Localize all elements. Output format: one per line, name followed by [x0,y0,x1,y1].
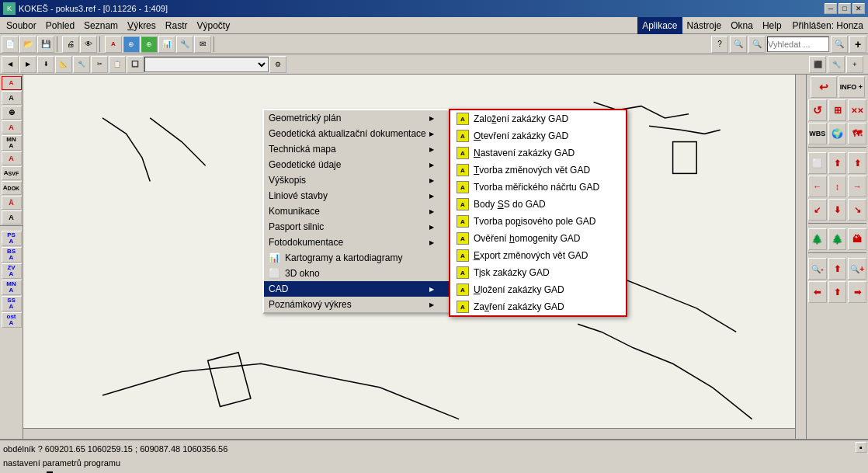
toolbar-btn-7[interactable]: 🔧 [176,36,193,53]
t2-btn7[interactable]: 📋 [109,56,126,73]
down-right[interactable]: ↘ [848,199,866,221]
gad-otevreni[interactable]: A Otevření zakázky GAD [450,127,626,144]
menu-komunikace[interactable]: Komunikace [264,203,450,219]
left-arrow[interactable]: ← [808,176,827,197]
status-close-btn[interactable]: ▪ [856,442,866,453]
right-arrow[interactable]: → [848,176,866,197]
gad-zalozeni[interactable]: A Založení zakázky GAD [450,110,626,127]
menu-nastroje[interactable]: Nástroje [682,17,727,34]
toolbar-btn-5[interactable]: ⊕ [141,36,158,53]
sidebar-btn-5[interactable]: MNA [2,135,22,151]
tree-btn-2[interactable]: 🌲 [828,228,847,250]
globe-button[interactable]: 🌍 [828,123,847,144]
down-center[interactable]: ⬇ [828,199,847,221]
t2-btn1[interactable]: ◀ [2,56,19,73]
menu-fotodokumentace[interactable]: Fotodokumentace [264,235,450,250]
search-button[interactable]: 🔍 [748,36,766,53]
new-button[interactable]: 📄 [2,36,19,53]
sidebar-btn-mn[interactable]: MNA [2,280,22,295]
scrollbar-horizontal[interactable] [23,428,795,439]
gad-tvorba-popis[interactable]: A Tvorba popisového pole GAD [450,213,626,230]
up-arrow-1[interactable]: ⬆ [828,152,847,174]
gad-export[interactable]: A Export změnových vět GAD [450,247,626,264]
menu-help[interactable]: Help [758,17,786,34]
t2-btn8[interactable]: 🔲 [127,56,144,73]
clear-button[interactable]: ✕✕ [848,99,866,121]
gad-body-ss[interactable]: A Body SS do GAD [450,196,626,213]
menu-vyskopis[interactable]: Výškopis [264,172,450,188]
scrollbar-vertical[interactable] [795,75,806,439]
t2-btn3[interactable]: ⬇ [37,56,54,73]
menu-vypocty[interactable]: Výpočty [192,17,234,34]
pan-right-btn[interactable]: ➡ [848,281,866,303]
pan-left-btn[interactable]: ⬅ [808,281,827,303]
gad-tvorba-zmen[interactable]: A Tvorba změnových vět GAD [450,162,626,179]
grid-button[interactable]: ⊞ [828,99,847,121]
zoom-up-btn[interactable]: ⬆ [828,258,847,280]
sidebar-btn-1[interactable]: A [2,76,22,90]
gad-ulozeni[interactable]: A Uložení zakázky GAD [450,281,626,298]
t2-btn6[interactable]: ✂ [91,56,108,73]
toolbar-btn-4[interactable]: ⊕ [123,36,140,53]
gad-tisk[interactable]: A Tisk zakázky GAD [450,264,626,281]
undo-button[interactable]: ↩ [811,76,837,98]
menu-pasport-silnic[interactable]: Pasport silnic [264,219,450,235]
menu-aplikace[interactable]: Aplikace [637,17,682,34]
sidebar-btn-7[interactable]: ASVF [2,166,22,180]
sidebar-btn-zv[interactable]: ZVA [2,263,22,279]
menu-pohled[interactable]: Pohled [41,17,79,34]
t2-btn9[interactable]: ⚙ [269,56,286,73]
sidebar-btn-2[interactable]: A [2,91,22,105]
menu-geometricky-plan[interactable]: Geometrický plán [264,110,450,126]
sidebar-btn-8[interactable]: ADOK [2,181,22,195]
down-left[interactable]: ↙ [808,199,827,221]
info-button[interactable]: INFO + [838,76,865,98]
preview-button[interactable]: 👁 [80,36,97,53]
sidebar-btn-9[interactable]: Å [2,196,22,210]
print-button[interactable]: 🖨 [62,36,79,53]
t2-btn4[interactable]: 📐 [55,56,72,73]
mountain-btn[interactable]: 🏔 [848,228,866,250]
frame-button[interactable]: ⬜ [808,152,827,174]
close-button[interactable]: ✕ [852,3,865,14]
gad-zavreni[interactable]: A Zavření zakázky GAD [450,298,626,315]
search-go[interactable]: 🔍 [831,36,848,53]
center-btn[interactable]: ↕ [828,176,847,197]
toolbar-btn-8[interactable]: ✉ [194,36,211,53]
wbs-button[interactable]: WBS [808,123,827,144]
gad-nastaveni[interactable]: A Nastavení zakázky GAD [450,144,626,162]
sidebar-btn-ps[interactable]: PSA [2,231,22,246]
pan-up-btn[interactable]: ⬆ [828,281,847,303]
menu-okna[interactable]: Okna [726,17,758,34]
menu-kartogramy[interactable]: 📊Kartogramy a kartodiagramy [264,250,450,266]
sidebar-btn-4[interactable]: A [2,120,22,134]
map-button[interactable]: 🗺 [848,123,866,144]
t2-right3[interactable]: + [846,56,863,73]
search-input[interactable] [767,37,829,52]
add-button[interactable]: + [849,36,866,53]
up-arrow-2[interactable]: ⬆ [848,152,866,174]
minimize-button[interactable]: ─ [825,3,837,14]
menu-technicka-mapa[interactable]: Technická mapa [264,141,450,157]
sidebar-btn-10[interactable]: A [2,210,22,224]
zoom-out-btn[interactable]: 🔍- [808,258,827,280]
menu-geodet-udaje[interactable]: Geodetické údaje [264,157,450,172]
t2-right2[interactable]: 🔧 [828,56,845,73]
menu-3d-okno[interactable]: ⬜3D okno [264,266,450,281]
toolbar-btn-3[interactable]: A [105,36,122,53]
rotate-button[interactable]: ↺ [808,99,827,121]
menu-poznamkovy-vykres[interactable]: Poznámkový výkres [264,297,450,312]
save-button[interactable]: 💾 [37,36,54,53]
menu-soubor[interactable]: Soubor [2,17,41,34]
t2-btn5[interactable]: 🔧 [73,56,90,73]
menu-geodet-aktualizace[interactable]: Geodetická aktualizační dokumentace [264,126,450,141]
t2-btn2[interactable]: ▶ [19,56,36,73]
help-button[interactable]: ? [711,36,728,53]
sidebar-btn-bs[interactable]: BSA [2,247,22,263]
menu-rastr[interactable]: Rastr [161,17,193,34]
sidebar-btn-ost[interactable]: ostA [2,312,22,328]
zoom-in-btn[interactable]: 🔍+ [848,258,866,280]
layer-select[interactable] [144,57,269,72]
sidebar-btn-ss[interactable]: SSA [2,296,22,311]
sidebar-btn-3[interactable]: ⊕ [2,106,22,120]
